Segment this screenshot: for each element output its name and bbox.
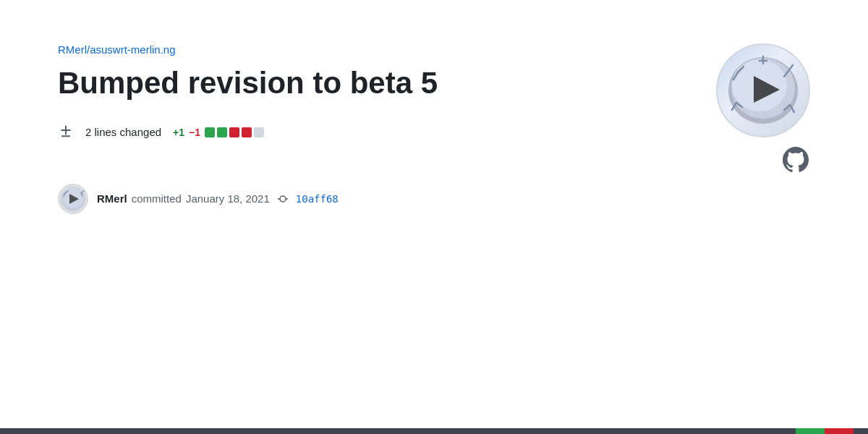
main-content: RMerl/asuswrt-merlin.ng Bumped revision … <box>0 0 868 243</box>
diff-block-5 <box>254 127 264 137</box>
author-name[interactable]: RMerl <box>97 192 127 205</box>
diff-icon <box>58 124 74 140</box>
diff-block-2 <box>217 127 227 137</box>
github-icon <box>781 145 810 174</box>
bottom-bar <box>0 428 868 434</box>
commit-title: Bumped revision to beta 5 <box>58 64 564 103</box>
svg-line-6 <box>788 65 793 71</box>
bottom-bar-green <box>796 428 825 434</box>
rune-stone-icon <box>723 51 803 130</box>
commit-date: January 18, 2021 <box>186 192 270 205</box>
commit-meta: RMerl committed January 18, 2021 10aff68 <box>97 192 339 205</box>
commit-action: committed <box>132 192 182 205</box>
author-avatar-icon <box>60 186 86 212</box>
diff-deletions: −1 <box>189 127 200 138</box>
lines-changed-row: 2 lines changed +1 −1 <box>58 124 810 140</box>
github-icon-wrapper[interactable] <box>781 145 810 174</box>
author-section: RMerl committed January 18, 2021 10aff68 <box>58 184 810 214</box>
top-avatar <box>716 43 810 137</box>
svg-point-21 <box>280 196 286 202</box>
author-avatar[interactable] <box>58 184 88 214</box>
diff-block-1 <box>205 127 215 137</box>
diff-additions: +1 <box>173 127 184 138</box>
diff-block-4 <box>242 127 252 137</box>
lines-changed-label: 2 lines changed <box>85 126 161 138</box>
diff-block-3 <box>229 127 239 137</box>
repo-link[interactable]: RMerl/asuswrt-merlin.ng <box>58 43 176 56</box>
diff-blocks <box>205 127 264 137</box>
commit-hash-link[interactable]: 10aff68 <box>296 193 339 205</box>
commit-hash-separator-icon <box>277 193 289 205</box>
diff-stats: +1 −1 <box>173 127 264 138</box>
bottom-bar-red <box>825 428 854 434</box>
